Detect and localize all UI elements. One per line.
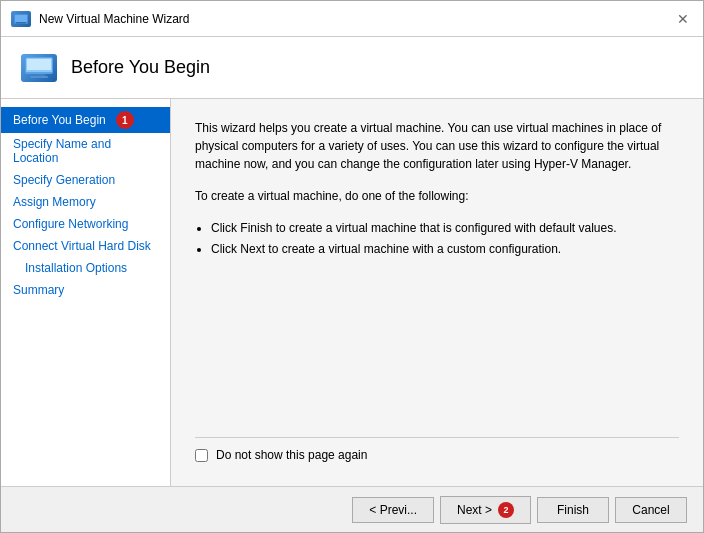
main-content: Before You Begin1Specify Name and Locati… [1, 99, 703, 486]
content-area: This wizard helps you create a virtual m… [171, 99, 703, 486]
sidebar-item-label: Installation Options [25, 261, 127, 275]
svg-rect-1 [15, 15, 27, 22]
sidebar-item-before-you-begin[interactable]: Before You Begin1 [1, 107, 170, 133]
sidebar-item-label: Connect Virtual Hard Disk [13, 239, 151, 253]
sidebar-item-summary[interactable]: Summary [1, 279, 170, 301]
page-header: Before You Begin [1, 37, 703, 99]
svg-rect-5 [27, 59, 51, 70]
sidebar-item-label: Assign Memory [13, 195, 96, 209]
cancel-button[interactable]: Cancel [615, 497, 687, 523]
sidebar-item-label: Specify Name and Location [13, 137, 158, 165]
sidebar-item-configure-networking[interactable]: Configure Networking [1, 213, 170, 235]
sidebar-item-label: Configure Networking [13, 217, 128, 231]
finish-button[interactable]: Finish [537, 497, 609, 523]
sidebar-item-label: Specify Generation [13, 173, 115, 187]
checkbox-row: Do not show this page again [195, 437, 679, 466]
content-paragraph1: This wizard helps you create a virtual m… [195, 119, 679, 173]
sidebar-item-specify-generation[interactable]: Specify Generation [1, 169, 170, 191]
sidebar-item-installation-options[interactable]: Installation Options [1, 257, 170, 279]
sidebar-item-label: Before You Begin [13, 113, 106, 127]
sidebar-item-label: Summary [13, 283, 64, 297]
svg-rect-2 [16, 22, 26, 24]
svg-rect-7 [30, 76, 48, 78]
sidebar-item-specify-name[interactable]: Specify Name and Location [1, 133, 170, 169]
checkbox-label[interactable]: Do not show this page again [216, 448, 367, 462]
sidebar-item-connect-vhd[interactable]: Connect Virtual Hard Disk [1, 235, 170, 257]
bullet-list: Click Finish to create a virtual machine… [195, 219, 679, 261]
footer: < Previ... Next > 2 Finish Cancel [1, 486, 703, 532]
content-paragraph2: To create a virtual machine, do one of t… [195, 187, 679, 205]
sidebar: Before You Begin1Specify Name and Locati… [1, 99, 171, 486]
bullet-item: Click Next to create a virtual machine w… [211, 240, 679, 259]
do-not-show-checkbox[interactable] [195, 449, 208, 462]
header-icon [21, 54, 57, 82]
title-bar-text: New Virtual Machine Wizard [39, 12, 673, 26]
prev-button[interactable]: < Previ... [352, 497, 434, 523]
close-button[interactable]: ✕ [673, 9, 693, 29]
next-button-label: Next > [457, 503, 492, 517]
next-button[interactable]: Next > 2 [440, 496, 531, 524]
window-icon [11, 11, 31, 27]
sidebar-badge: 1 [116, 111, 134, 129]
svg-rect-6 [33, 74, 45, 76]
title-bar: New Virtual Machine Wizard ✕ [1, 1, 703, 37]
wizard-window: New Virtual Machine Wizard ✕ Before You … [0, 0, 704, 533]
next-badge: 2 [498, 502, 514, 518]
page-title: Before You Begin [71, 57, 210, 78]
sidebar-item-assign-memory[interactable]: Assign Memory [1, 191, 170, 213]
bullet-item: Click Finish to create a virtual machine… [211, 219, 679, 238]
